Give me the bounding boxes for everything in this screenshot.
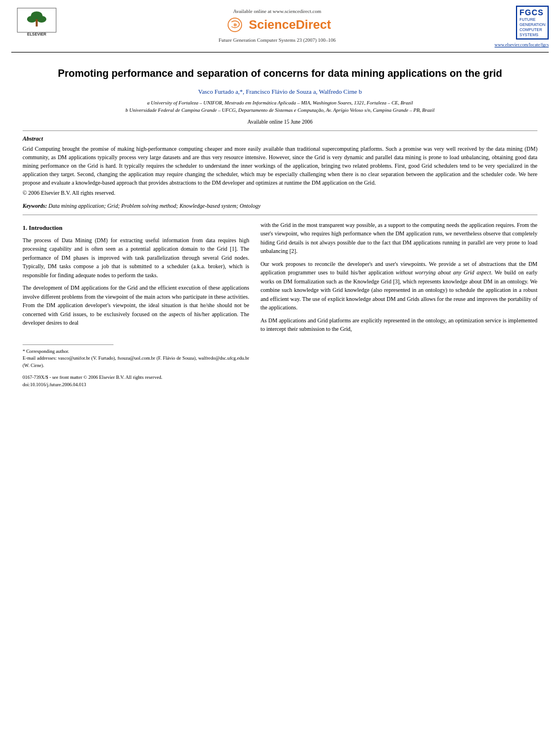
keywords-line: Keywords: Data mining application; Grid;… [23,202,537,210]
elsevier-logo: ELSEVIER [11,6,62,40]
elsevier-logo-area: ELSEVIER [11,6,73,40]
para3-right: As DM applications and Grid platforms ar… [260,316,537,334]
section1-heading: 1. Introduction [23,223,249,233]
page: ELSEVIER Available online at www.science… [0,0,560,747]
abstract-divider-top [23,130,537,131]
svg-point-3 [37,16,46,23]
available-date: Available online 15 June 2006 [23,119,537,125]
author-names: Vasco Furtado a,*, Francisco Flávio de S… [198,88,362,95]
abstract-title: Abstract [23,136,537,142]
footnote-star-text: * Corresponding author. [23,348,69,354]
abstract-text: Grid Computing brought the promise of ma… [23,145,537,187]
two-col-body: 1. Introduction The process of Data Mini… [23,221,537,369]
abstract-section: Abstract Grid Computing brought the prom… [23,136,537,196]
article-title: Promoting performance and separation of … [56,67,504,81]
col-right: with the Grid in the most transparent wa… [260,221,537,369]
affiliations: a University of Fortaleza – UNIFOR, Mest… [23,99,537,115]
footer-issn: 0167-739X/$ - see front matter © 2006 El… [23,374,537,382]
sciencedirect-logo: ScienceDirect [224,16,331,33]
footnote-area: * Corresponding author. E-mail addresses… [23,344,249,369]
copyright: © 2006 Elsevier B.V. All rights reserved… [23,190,537,196]
svg-point-2 [27,16,37,23]
header-center: Available online at www.sciencedirect.co… [73,6,481,43]
elsevier-link[interactable]: www.elsevier.com/locate/fgcs [495,42,549,47]
fgcs-title: FGCS [519,8,545,17]
para1-left: The process of Data Mining (DM) for extr… [23,236,249,280]
available-online-text: Available online at www.sciencedirect.co… [233,8,321,14]
para2-left: The development of DM applications for t… [23,283,249,327]
fgcs-box: FGCS FUTURE GENERATION COMPUTER SYSTEMS [516,6,549,40]
affiliation-a: a University of Fortaleza – UNIFOR, Mest… [23,99,537,107]
authors: Vasco Furtado a,*, Francisco Flávio de S… [23,88,537,95]
article-content: Promoting performance and separation of … [0,53,560,395]
keywords-label: Keywords: [23,203,47,209]
para1-right: with the Grid in the most transparent wa… [260,221,537,256]
italic-phrase: without worrying about any Grid aspect [396,269,491,276]
footnote-email-text: E-mail addresses: vasco@unifor.br (V. Fu… [23,355,249,368]
fgcs-subtitle: FUTURE GENERATION COMPUTER SYSTEMS [519,17,545,37]
svg-rect-4 [36,19,37,27]
svg-text:ELSEVIER: ELSEVIER [27,32,46,36]
body-divider [23,215,537,215]
col-left: 1. Introduction The process of Data Mini… [23,221,249,369]
para2-right: Our work proposes to reconcile the devel… [260,260,537,312]
header-right: FGCS FUTURE GENERATION COMPUTER SYSTEMS … [481,6,549,47]
footnote-email: E-mail addresses: vasco@unifor.br (V. Fu… [23,355,249,369]
footnote-star: * Corresponding author. [23,348,249,355]
affiliation-b: b Universidade Federal de Campina Grande… [23,107,537,115]
footer-info: 0167-739X/$ - see front matter © 2006 El… [23,374,537,389]
keywords-text: Data mining application; Grid; Problem s… [49,203,261,209]
footer-doi: doi:10.1016/j.future.2006.04.013 [23,381,537,389]
sd-icon [224,16,246,33]
sciencedirect-text: ScienceDirect [249,18,331,32]
journal-info: Future Generation Computer Systems 23 (2… [218,37,335,43]
footnote-divider [23,344,113,345]
header: ELSEVIER Available online at www.science… [0,0,560,47]
